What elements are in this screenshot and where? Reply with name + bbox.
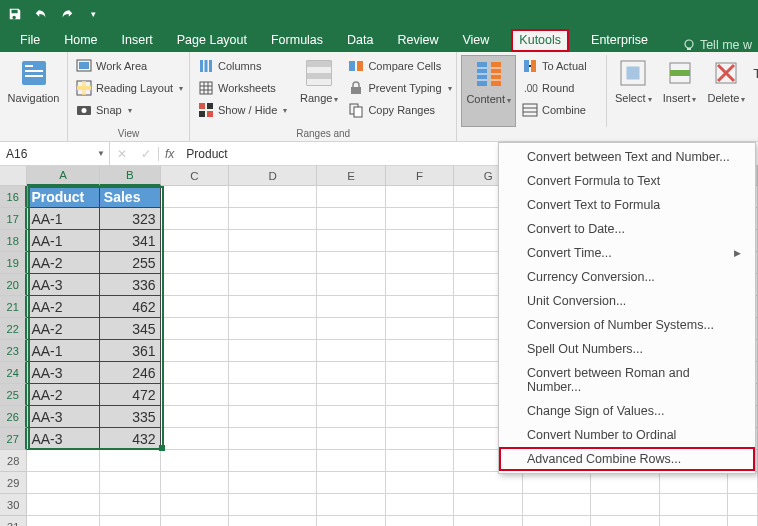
cell[interactable]: AA-3 [27,362,99,384]
formula-input[interactable]: Product [180,147,233,161]
cell[interactable]: 472 [100,384,161,406]
navigation-button[interactable]: Navigation [4,55,63,127]
to-actual-button[interactable]: To Actual [518,55,602,77]
undo-icon[interactable] [32,5,50,23]
cell[interactable]: AA-1 [27,208,99,230]
cell[interactable] [317,384,386,406]
cell[interactable] [229,318,317,340]
tab-insert[interactable]: Insert [120,29,155,52]
cell[interactable] [27,450,99,472]
cell[interactable] [317,428,386,450]
cell[interactable] [728,516,758,526]
cell[interactable]: AA-1 [27,340,99,362]
cell[interactable] [229,450,317,472]
cell[interactable] [317,362,386,384]
text-button[interactable]: T [751,55,758,127]
cell[interactable] [386,362,455,384]
compare-cells-button[interactable]: Compare Cells [344,55,452,77]
cell[interactable] [229,296,317,318]
round-button[interactable]: .00 Round [518,77,602,99]
row-header[interactable]: 18 [0,230,27,252]
cell[interactable] [229,494,317,516]
cell[interactable]: AA-2 [27,384,99,406]
content-button[interactable]: Content [461,55,516,127]
cell[interactable] [386,296,455,318]
col-header-f[interactable]: F [386,166,455,186]
range-button[interactable]: Range [296,55,342,127]
cell[interactable] [229,230,317,252]
cell[interactable]: Product [27,186,99,208]
cell[interactable] [229,208,317,230]
tell-me[interactable]: Tell me w [682,38,758,52]
cell[interactable] [161,384,230,406]
row-header[interactable]: 17 [0,208,27,230]
name-box[interactable]: A16 ▼ [0,142,110,165]
copy-ranges-button[interactable]: Copy Ranges [344,99,452,121]
menu-item[interactable]: Convert to Date... [499,217,755,241]
cell[interactable] [660,494,729,516]
cell[interactable] [386,472,455,494]
menu-item[interactable]: Convert Text to Formula [499,193,755,217]
enter-formula-icon[interactable]: ✓ [134,147,158,161]
cell[interactable] [386,384,455,406]
cell[interactable] [386,208,455,230]
cell[interactable] [161,516,230,526]
cell[interactable] [386,406,455,428]
cell[interactable]: AA-2 [27,252,99,274]
cell[interactable] [317,318,386,340]
cell[interactable] [317,252,386,274]
select-all-corner[interactable] [0,166,27,186]
tab-kutools[interactable]: Kutools [511,29,569,52]
cell[interactable] [317,516,386,526]
delete-button[interactable]: Delete [704,55,750,127]
menu-item[interactable]: Convert Time...▶ [499,241,755,265]
cell[interactable] [523,494,592,516]
cell[interactable] [161,494,230,516]
show-hide-button[interactable]: Show / Hide [194,99,294,121]
row-header[interactable]: 28 [0,450,27,472]
cell[interactable] [161,274,230,296]
save-icon[interactable] [6,5,24,23]
cell[interactable] [161,406,230,428]
col-header-a[interactable]: A [27,166,99,186]
cell[interactable] [317,472,386,494]
cell[interactable] [317,340,386,362]
cell[interactable] [161,296,230,318]
cell[interactable] [728,494,758,516]
row-header[interactable]: 31 [0,516,27,526]
row-header[interactable]: 19 [0,252,27,274]
col-header-b[interactable]: B [100,166,161,186]
cell[interactable]: 323 [100,208,161,230]
cell[interactable] [229,472,317,494]
cell[interactable] [161,428,230,450]
row-header[interactable]: 23 [0,340,27,362]
cell[interactable] [100,516,161,526]
menu-item[interactable]: Convert between Text and Number... [499,145,755,169]
tab-view[interactable]: View [460,29,491,52]
cell[interactable] [161,450,230,472]
cell[interactable] [591,516,660,526]
cell[interactable] [317,208,386,230]
menu-item[interactable]: Spell Out Numbers... [499,337,755,361]
cell[interactable] [660,516,729,526]
cell[interactable] [161,208,230,230]
row-header[interactable]: 16 [0,186,27,208]
row-header[interactable]: 26 [0,406,27,428]
menu-item[interactable]: Convert Number to Ordinal [499,423,755,447]
cell[interactable]: AA-3 [27,406,99,428]
cell[interactable] [100,494,161,516]
cell[interactable] [660,472,729,494]
cell[interactable] [27,472,99,494]
tab-enterprise[interactable]: Enterprise [589,29,650,52]
worksheets-button[interactable]: Worksheets [194,77,294,99]
prevent-typing-button[interactable]: Prevent Typing [344,77,452,99]
cell[interactable] [161,362,230,384]
name-box-dropdown-icon[interactable]: ▼ [97,149,105,158]
columns-button[interactable]: Columns [194,55,294,77]
tab-formulas[interactable]: Formulas [269,29,325,52]
cell[interactable] [454,472,523,494]
cell[interactable] [100,450,161,472]
col-header-d[interactable]: D [229,166,317,186]
row-header[interactable]: 20 [0,274,27,296]
redo-icon[interactable] [58,5,76,23]
